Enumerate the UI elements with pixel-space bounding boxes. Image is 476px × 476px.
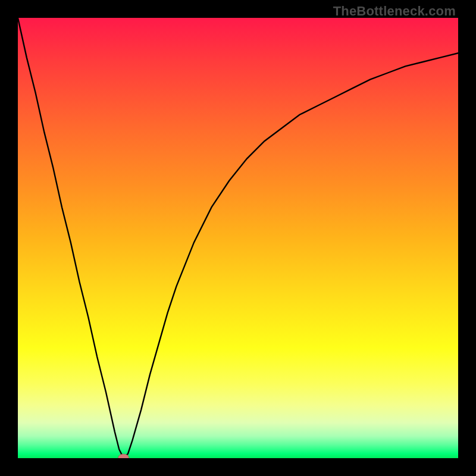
svg-rect-4 [233, 458, 234, 463]
svg-rect-17 [13, 65, 18, 67]
svg-rect-11 [13, 330, 18, 331]
svg-rect-6 [321, 458, 322, 463]
svg-rect-5 [277, 458, 278, 463]
svg-rect-9 [13, 418, 18, 419]
svg-rect-10 [13, 374, 18, 375]
svg-rect-1 [101, 458, 102, 463]
svg-rect-15 [13, 154, 18, 155]
svg-rect-2 [145, 458, 146, 463]
svg-rect-8 [409, 458, 411, 463]
svg-rect-3 [189, 458, 190, 463]
axis-ticks [0, 0, 476, 476]
svg-rect-7 [365, 458, 367, 463]
watermark: TheBottleneck.com [333, 4, 456, 19]
svg-rect-16 [13, 109, 18, 111]
svg-rect-12 [13, 286, 18, 287]
svg-rect-13 [13, 242, 18, 243]
svg-rect-14 [13, 198, 18, 199]
chart-container: TheBottleneck.com [0, 0, 476, 476]
svg-rect-0 [57, 458, 58, 463]
